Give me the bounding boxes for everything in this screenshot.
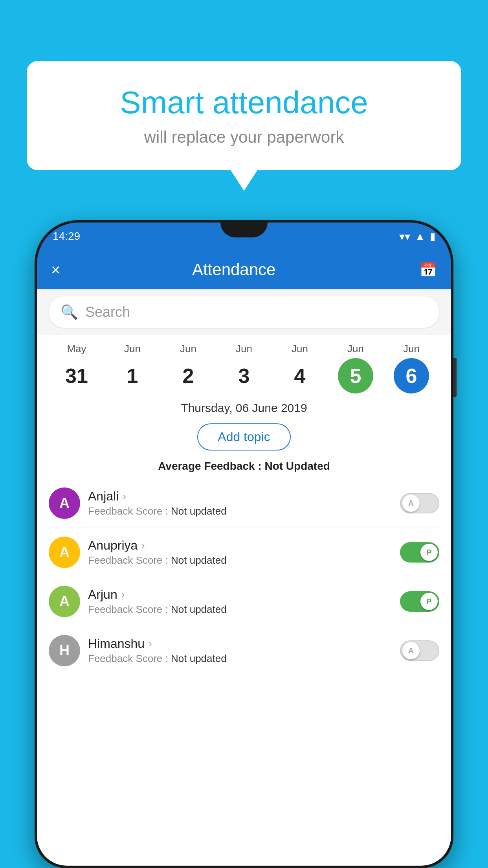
cal-month: Jun [124, 343, 141, 355]
status-time: 14:29 [53, 230, 80, 243]
chevron-icon: › [121, 588, 125, 601]
cal-month: Jun [236, 343, 252, 355]
cal-date: 6 [394, 358, 429, 394]
speech-bubble-subtitle: will replace your paperwork [58, 128, 430, 147]
attendance-toggle[interactable]: P [400, 591, 439, 612]
avg-feedback-value: Not Updated [264, 460, 330, 472]
toggle-container[interactable]: P [400, 542, 439, 563]
app-bar: × Attendance 📅 [37, 250, 451, 289]
calendar-day[interactable]: Jun6 [383, 343, 439, 394]
toggle-knob: A [402, 495, 420, 512]
student-item[interactable]: AAnupriya ›Feedback Score : Not updatedP [49, 528, 439, 577]
cal-date: 31 [59, 358, 94, 394]
speech-bubble-container: Smart attendance will replace your paper… [27, 61, 461, 170]
phone-screen: 14:29 ▾▾ ▲ ▮ × Attendance 📅 🔍 Search [37, 223, 451, 866]
cal-month: Jun [403, 343, 420, 355]
feedback-value: Not updated [171, 505, 227, 517]
attendance-toggle[interactable]: P [400, 542, 439, 563]
cal-date: 4 [282, 358, 317, 394]
toggle-container[interactable]: A [400, 640, 439, 661]
student-name: Anupriya › [88, 538, 392, 553]
student-item[interactable]: AArjun ›Feedback Score : Not updatedP [49, 577, 439, 626]
selected-date-text: Thursday, 06 June 2019 [37, 397, 451, 420]
calendar-day[interactable]: Jun1 [105, 343, 160, 394]
cal-month: Jun [347, 343, 364, 355]
notch [220, 223, 268, 237]
attendance-toggle[interactable]: A [400, 493, 439, 513]
calendar-strip: May31Jun1Jun2Jun3Jun4Jun5Jun6 [37, 335, 451, 397]
feedback-value: Not updated [171, 554, 227, 566]
student-item[interactable]: AAnjali ›Feedback Score : Not updatedA [49, 479, 439, 528]
student-feedback: Feedback Score : Not updated [88, 554, 392, 566]
cal-date: 1 [115, 358, 150, 394]
student-info: Anupriya ›Feedback Score : Not updated [88, 538, 392, 566]
wifi-icon: ▾▾ [399, 230, 410, 243]
attendance-toggle[interactable]: A [400, 640, 439, 661]
volume-button[interactable] [453, 358, 457, 397]
student-list: AAnjali ›Feedback Score : Not updatedAAA… [37, 479, 451, 675]
screen-content: 🔍 Search May31Jun1Jun2Jun3Jun4Jun5Jun6 T… [37, 289, 451, 866]
cal-month: May [67, 343, 86, 355]
toggle-knob: P [420, 593, 438, 610]
student-name: Himanshu › [88, 636, 392, 651]
status-icons: ▾▾ ▲ ▮ [399, 230, 435, 243]
student-feedback: Feedback Score : Not updated [88, 505, 392, 517]
close-button[interactable]: × [51, 261, 60, 279]
avatar: A [49, 487, 80, 519]
search-container: 🔍 Search [37, 289, 451, 335]
student-info: Anjali ›Feedback Score : Not updated [88, 489, 392, 517]
avg-feedback-label: Average Feedback : [158, 460, 262, 472]
cal-date: 5 [338, 358, 373, 394]
student-info: Arjun ›Feedback Score : Not updated [88, 587, 392, 616]
toggle-knob: A [402, 642, 420, 659]
cal-date: 3 [226, 358, 262, 394]
speech-bubble: Smart attendance will replace your paper… [27, 61, 461, 170]
student-feedback: Feedback Score : Not updated [88, 653, 392, 665]
student-name: Anjali › [88, 489, 392, 504]
search-icon: 🔍 [61, 304, 78, 320]
cal-date: 2 [171, 358, 206, 394]
avatar: A [49, 586, 80, 617]
student-feedback: Feedback Score : Not updated [88, 603, 392, 616]
toggle-knob: P [420, 544, 438, 561]
student-item[interactable]: HHimanshu ›Feedback Score : Not updatedA [49, 626, 439, 675]
search-placeholder: Search [85, 304, 130, 320]
add-topic-container: Add topic [37, 420, 451, 457]
calendar-icon[interactable]: 📅 [419, 261, 437, 278]
phone-frame: 14:29 ▾▾ ▲ ▮ × Attendance 📅 🔍 Search [35, 220, 453, 868]
calendar-day[interactable]: May31 [49, 343, 105, 394]
toggle-container[interactable]: P [400, 591, 439, 612]
avatar: H [49, 635, 80, 666]
student-info: Himanshu ›Feedback Score : Not updated [88, 636, 392, 665]
chevron-icon: › [123, 490, 126, 502]
chevron-icon: › [141, 539, 145, 552]
calendar-day[interactable]: Jun5 [328, 343, 383, 394]
search-bar[interactable]: 🔍 Search [49, 296, 439, 328]
avatar: A [49, 537, 80, 568]
status-bar: 14:29 ▾▾ ▲ ▮ [37, 223, 451, 250]
cal-month: Jun [292, 343, 308, 355]
calendar-day[interactable]: Jun2 [160, 343, 216, 394]
student-name: Arjun › [88, 587, 392, 602]
battery-icon: ▮ [430, 230, 435, 243]
calendar-day[interactable]: Jun4 [272, 343, 328, 394]
avg-feedback: Average Feedback : Not Updated [37, 457, 451, 479]
speech-bubble-title: Smart attendance [58, 85, 430, 121]
cal-month: Jun [180, 343, 196, 355]
feedback-value: Not updated [171, 653, 227, 664]
add-topic-button[interactable]: Add topic [197, 423, 290, 451]
app-bar-title: Attendance [60, 260, 407, 279]
feedback-value: Not updated [171, 603, 227, 615]
chevron-icon: › [149, 638, 152, 650]
toggle-container[interactable]: A [400, 493, 439, 513]
signal-icon: ▲ [415, 230, 425, 243]
calendar-day[interactable]: Jun3 [216, 343, 272, 394]
